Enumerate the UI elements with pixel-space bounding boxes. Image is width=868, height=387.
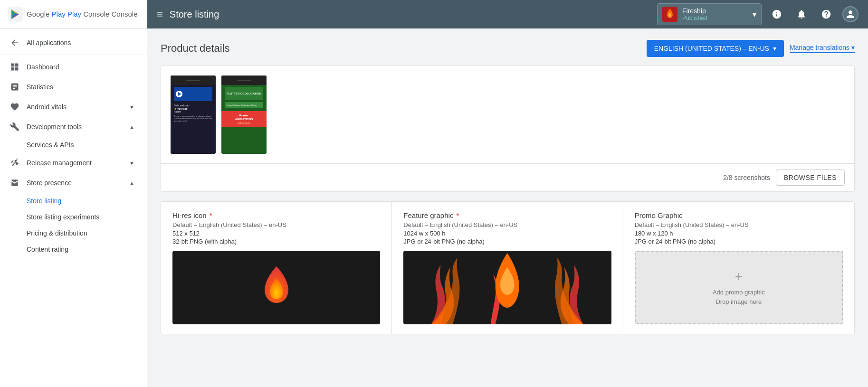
app-selector[interactable]: Fireship Published ▾ [657,3,762,25]
feature-graphic-preview [403,251,611,324]
statistics-icon [10,82,20,92]
header-actions: ENGLISH (UNITED STATES) – EN-US ▾ Manage… [647,40,855,57]
sidebar-header: Google Play Play Console Console [0,0,147,29]
plus-icon: + [735,269,743,284]
promo-format: JPG or 24-bit PNG (no alpha) [635,238,843,245]
sidebar-item-release-management[interactable]: Release management ▾ [0,153,143,173]
screenshots-panel: Build and ship ⚡ your app Faster Trying … [161,66,855,192]
sidebar-item-label: Pricing & distribution [27,229,87,237]
app-name: Fireship [682,7,748,15]
sidebar-item-label: Content rating [27,245,68,253]
menu-icon[interactable]: ≡ [157,8,163,20]
logo-text: Google Play Play Console Console [27,10,138,19]
manage-translations-label: Manage translations [790,44,849,51]
play-store-logo-icon [8,7,23,22]
pulse-icon [10,102,20,112]
console-text: Console [83,10,109,18]
promo-title: Promo Graphic [635,211,843,219]
hi-res-subtitle: Default – English (United States) – en-U… [172,221,380,228]
sidebar-item-label: Store presence [27,179,72,187]
info-icon-btn[interactable] [768,6,785,23]
topbar: ≡ Store listing Fireship Published ▾ [147,0,868,28]
app-icon [662,7,677,22]
dropdown-arrow-icon: ▾ [773,45,776,52]
required-star: * [454,211,459,219]
sidebar-item-all-applications[interactable]: All applications [0,33,143,53]
screenshots-footer: 2/8 screenshots BROWSE FILES [161,163,854,191]
hi-res-format: 32-bit PNG (with alpha) [172,238,380,245]
hi-res-preview [172,251,380,324]
promo-graphic-section: Promo Graphic Default – English (United … [623,202,854,334]
sidebar-item-store-listing[interactable]: Store listing [0,193,143,209]
screenshots-area: Build and ship ⚡ your app Faster Trying … [161,66,854,163]
console-text2: Console [111,10,137,18]
app-status: Published [682,15,748,21]
sidebar-item-label: Development tools [27,123,82,131]
sidebar-item-dashboard[interactable]: Dashboard [0,57,143,77]
promo-placeholder-text: Add promo graphic Drop image here [713,288,765,306]
topbar-icons [768,6,858,23]
dropdown-arrow-icon: ▾ [851,44,855,51]
promo-subtitle: Default – English (United States) – en-U… [635,221,843,228]
promo-spec: 180 w x 120 h [635,230,843,237]
drop-image-label: Drop image here [715,298,762,305]
sidebar-item-label: All applications [27,39,71,47]
sidebar-item-android-vitals[interactable]: Android vitals ▾ [0,97,143,117]
feature-format: JPG or 24-bit PNG (no alpha) [403,238,611,245]
page-title: Store listing [170,9,650,20]
app-logo: Google Play Play Console Console [8,7,138,22]
sidebar-item-store-listing-experiments[interactable]: Store listing experiments [0,209,143,225]
screenshot-thumb-2: FLUTTER GEOLOCATION Flutter Realtime Geo… [221,76,267,154]
language-button[interactable]: ENGLISH (UNITED STATES) – EN-US ▾ [647,40,784,57]
sidebar-item-statistics[interactable]: Statistics [0,77,143,97]
language-label: ENGLISH (UNITED STATES) – EN-US [654,45,769,52]
hi-res-icon-section: Hi-res icon * Default – English (United … [161,202,392,334]
sidebar-item-label: Statistics [27,83,53,91]
dashboard-icon [10,62,20,72]
product-details-header: Product details ENGLISH (UNITED STATES) … [161,40,855,57]
content-area: Product details ENGLISH (UNITED STATES) … [147,28,868,387]
hi-res-icon-image [172,251,380,324]
rocket-icon [10,158,20,168]
hi-res-spec: 512 x 512 [172,230,380,237]
required-star: * [208,211,212,219]
sidebar-item-development-tools[interactable]: Development tools ▴ [0,117,143,137]
assets-panel: Hi-res icon * Default – English (United … [161,201,855,334]
google-text: Google [27,10,49,18]
sidebar-item-services-apis[interactable]: Services & APIs [0,137,143,153]
sidebar-item-label: Dashboard [27,63,59,71]
screenshots-count: 2/8 screenshots [723,174,770,181]
flame-icon [258,264,296,311]
user-avatar[interactable] [842,6,858,22]
hi-res-title: Hi-res icon * [172,211,380,219]
browse-files-button[interactable]: BROWSE FILES [776,170,845,186]
sidebar-item-label: Services & APIs [27,141,74,149]
feature-spec: 1024 w x 500 h [403,230,611,237]
app-info: Fireship Published [682,7,748,21]
sidebar-item-store-presence[interactable]: Store presence ▴ [0,173,143,193]
sidebar-item-pricing-distribution[interactable]: Pricing & distribution [0,225,143,241]
product-details-title: Product details [161,42,230,55]
chevron-down-icon: ▾ [130,159,134,167]
screenshot-thumb-1: Build and ship ⚡ your app Faster Trying … [171,76,216,154]
chevron-down-icon: ▾ [130,103,134,111]
help-icon-btn[interactable] [818,6,835,23]
feature-graphic-image [403,251,611,324]
promo-graphic-dropzone[interactable]: + Add promo graphic Drop image here [635,251,843,324]
sidebar: Google Play Play Console Console All app… [0,0,147,387]
add-promo-label: Add promo graphic [713,289,765,296]
chevron-up-icon: ▴ [130,179,134,187]
sidebar-item-content-rating[interactable]: Content rating [0,241,143,257]
nav-divider [0,55,147,55]
feature-subtitle: Default – English (United States) – en-U… [403,221,611,228]
manage-translations-button[interactable]: Manage translations ▾ [790,44,855,53]
sidebar-item-label: Android vitals [27,103,67,111]
sidebar-item-label: Release management [27,159,92,167]
play-text: Play [52,10,66,18]
play-text2: Play [67,10,81,18]
main-area: ≡ Store listing Fireship Published ▾ [147,0,868,387]
tools-icon [10,122,20,132]
bell-icon-btn[interactable] [793,6,810,23]
sidebar-item-label: Store listing experiments [27,213,99,221]
arrow-left-icon [10,38,20,48]
